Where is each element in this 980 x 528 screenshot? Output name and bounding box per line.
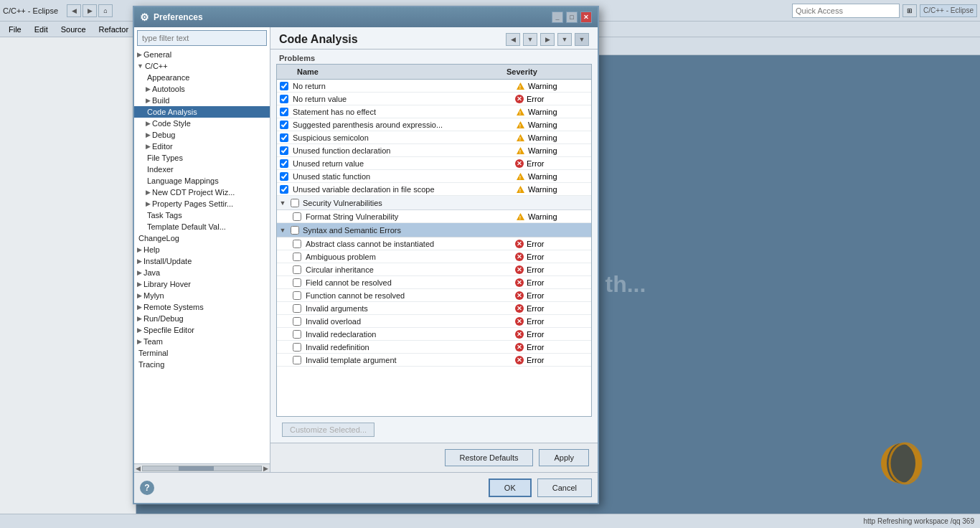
table-row[interactable]: Invalid redeclaration ✕ Error	[277, 328, 591, 341]
tree-item-code-style[interactable]: ▶ Code Style	[134, 118, 270, 129]
tree-scroll[interactable]: ▶ General ▼ C/C++ Appearance ▶ Autotools…	[134, 49, 270, 463]
tree-item-library-hover[interactable]: ▶ Library Hover	[134, 278, 270, 290]
tree-item-property-pages[interactable]: ▶ Property Pages Settir...	[134, 198, 270, 209]
quick-access-input[interactable]	[792, 4, 900, 18]
customize-selected-button[interactable]: Customize Selected...	[282, 423, 374, 437]
table-row[interactable]: Function cannot be resolved ✕ Error	[277, 289, 591, 302]
table-row[interactable]: Ambiguous problem ✕ Error	[277, 250, 591, 263]
menu-file[interactable]: File	[3, 24, 27, 35]
checkbox-abstract[interactable]	[293, 240, 301, 248]
checkbox-urv[interactable]	[280, 159, 288, 168]
table-row[interactable]: Unused static function ! Warning	[277, 170, 591, 183]
row-checkbox-inv-template[interactable]	[290, 356, 304, 364]
tree-item-tracing[interactable]: Tracing	[134, 359, 270, 370]
tree-item-team[interactable]: ▶ Team	[134, 336, 270, 347]
group-check-security[interactable]	[288, 199, 301, 207]
table-row[interactable]: Unused return value ✕ Error	[277, 157, 591, 170]
cancel-button[interactable]: Cancel	[537, 478, 592, 497]
menu-source[interactable]: Source	[55, 24, 92, 35]
row-checkbox-circular[interactable]	[290, 265, 304, 274]
table-row[interactable]: Circular inheritance ✕ Error	[277, 263, 591, 276]
nav-back-btn[interactable]: ◀	[506, 33, 520, 46]
nav-fwd-btn[interactable]: ▶	[540, 33, 555, 46]
table-row[interactable]: Field cannot be resolved ✕ Error	[277, 276, 591, 289]
row-checkbox-usf[interactable]	[277, 172, 291, 181]
tree-item-build[interactable]: ▶ Build	[134, 95, 270, 106]
tree-item-mylyn[interactable]: ▶ Mylyn	[134, 290, 270, 301]
row-checkbox-inv-overload[interactable]	[290, 317, 304, 326]
tree-item-help[interactable]: ▶ Help	[134, 244, 270, 255]
restore-defaults-button[interactable]: Restore Defaults	[445, 449, 534, 466]
checkbox-group-syntax[interactable]	[291, 226, 299, 235]
checkbox-circular[interactable]	[293, 265, 301, 274]
checkbox-ambiguous[interactable]	[293, 253, 301, 261]
table-row[interactable]: No return ! Warning	[277, 80, 591, 93]
back-btn[interactable]: ◀	[67, 4, 81, 17]
checkbox-fsv[interactable]	[293, 212, 301, 221]
scroll-track[interactable]	[142, 466, 262, 471]
tree-item-java[interactable]: ▶ Java	[134, 267, 270, 278]
row-checkbox-uvd[interactable]	[277, 185, 291, 194]
row-checkbox-ufd[interactable]	[277, 146, 291, 155]
scroll-thumb[interactable]	[179, 466, 215, 471]
tree-item-specfile[interactable]: ▶ Specfile Editor	[134, 324, 270, 336]
group-arrow-syntax[interactable]: ▼	[277, 227, 288, 234]
apply-button[interactable]: Apply	[539, 449, 589, 466]
tree-item-terminal[interactable]: Terminal	[134, 347, 270, 359]
checkbox-field[interactable]	[293, 278, 301, 287]
close-btn[interactable]: ✕	[580, 11, 592, 23]
row-checkbox-no-return-val[interactable]	[277, 95, 291, 103]
checkbox-semi[interactable]	[280, 133, 288, 142]
group-header-syntax[interactable]: ▼ Syntax and Semantic Errors	[277, 223, 591, 237]
scroll-left-btn[interactable]: ◀	[136, 465, 141, 472]
maximize-btn[interactable]: □	[566, 11, 578, 23]
tree-item-cpp[interactable]: ▼ C/C++	[134, 60, 270, 72]
row-checkbox-urv[interactable]	[277, 159, 291, 168]
tree-item-lang-mappings[interactable]: Language Mappings	[134, 175, 270, 187]
table-row[interactable]: Abstract class cannot be instantiated ✕ …	[277, 237, 591, 250]
row-checkbox-abstract[interactable]	[290, 240, 304, 248]
row-checkbox-no-return[interactable]	[277, 82, 291, 90]
table-row[interactable]: Suspicious semicolon ! Warning	[277, 131, 591, 144]
menu-edit[interactable]: Edit	[29, 24, 54, 35]
tree-item-general[interactable]: ▶ General	[134, 49, 270, 60]
row-checkbox-semi[interactable]	[277, 133, 291, 142]
tree-item-template[interactable]: Template Default Val...	[134, 221, 270, 232]
group-arrow-security[interactable]: ▼	[277, 199, 288, 207]
tree-item-run-debug[interactable]: ▶ Run/Debug	[134, 313, 270, 324]
checkbox-no-return[interactable]	[280, 82, 288, 90]
checkbox-inv-template[interactable]	[293, 356, 301, 364]
table-row[interactable]: Invalid overload ✕ Error	[277, 315, 591, 328]
checkbox-inv-redecl[interactable]	[293, 330, 301, 339]
tree-item-code-analysis[interactable]: Code Analysis	[134, 106, 270, 118]
nav-down-btn2[interactable]: ▼	[557, 33, 572, 46]
table-row[interactable]: Unused function declaration ! Warning	[277, 144, 591, 157]
row-checkbox-func[interactable]	[290, 291, 304, 300]
tree-item-changelog[interactable]: ChangeLog	[134, 232, 270, 244]
checkbox-inv-args[interactable]	[293, 304, 301, 313]
tree-item-install[interactable]: ▶ Install/Update	[134, 255, 270, 267]
checkbox-func[interactable]	[293, 291, 301, 300]
checkbox-uvd[interactable]	[280, 185, 288, 194]
filter-input[interactable]	[137, 30, 267, 46]
row-checkbox-stmt[interactable]	[277, 108, 291, 116]
checkbox-usf[interactable]	[280, 172, 288, 181]
ok-button[interactable]: OK	[489, 478, 532, 497]
table-body[interactable]: No return ! Warning No return value ✕ Er…	[277, 80, 591, 416]
minimize-btn[interactable]: _	[552, 11, 563, 23]
nav-down-btn[interactable]: ▼	[523, 33, 537, 46]
tree-item-autotools[interactable]: ▶ Autotools	[134, 83, 270, 95]
table-row[interactable]: Format String Vulnerability ! Warning	[277, 210, 591, 223]
tree-item-new-cdt[interactable]: ▶ New CDT Project Wiz...	[134, 187, 270, 198]
menu-refactor[interactable]: Refactor	[93, 24, 135, 35]
row-checkbox-ambiguous[interactable]	[290, 253, 304, 261]
table-row[interactable]: Suggested parenthesis around expressio..…	[277, 118, 591, 131]
tree-item-debug[interactable]: ▶ Debug	[134, 129, 270, 141]
fwd-btn[interactable]: ▶	[83, 4, 97, 17]
tree-item-task-tags[interactable]: Task Tags	[134, 209, 270, 221]
table-row[interactable]: Statement has no effect ! Warning	[277, 105, 591, 118]
nav-dropdown-btn[interactable]: ▼	[575, 33, 589, 46]
row-checkbox-fsv[interactable]	[290, 212, 304, 221]
row-checkbox-inv-redecl[interactable]	[290, 330, 304, 339]
home-btn[interactable]: ⌂	[98, 4, 113, 17]
